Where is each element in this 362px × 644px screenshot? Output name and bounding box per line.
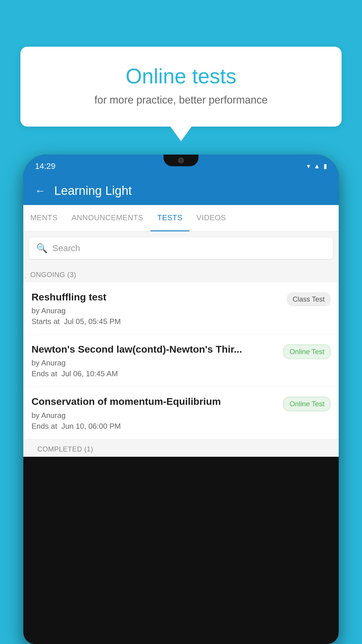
test-info-3: Conservation of momentum-Equilibrium by … (31, 395, 283, 430)
bubble-subtitle: for more practice, better performance (44, 94, 318, 106)
tag-class-test-1: Class Test (287, 292, 331, 306)
completed-label: COMPLETED (1) (30, 440, 100, 455)
tag-online-test-2: Online Test (283, 344, 331, 359)
phone-camera (178, 158, 184, 163)
app-title: Learning Light (54, 184, 132, 198)
ongoing-label: ONGOING (3) (30, 271, 76, 279)
test-item-3[interactable]: Conservation of momentum-Equilibrium by … (23, 387, 339, 439)
status-icons: ▾ ▲ ▮ (307, 162, 327, 170)
test-by-2: by Anurag (31, 358, 277, 368)
search-container: 🔍 Search (23, 232, 339, 265)
status-bar: 14:29 ▾ ▲ ▮ (23, 155, 339, 178)
phone-screen: ← Learning Light MENTS ANNOUNCEMENTS TES… (23, 178, 339, 457)
bubble-title: Online tests (44, 64, 318, 88)
phone-notch (164, 155, 198, 166)
back-button[interactable]: ← (35, 185, 45, 197)
speech-bubble: Online tests for more practice, better p… (20, 47, 342, 127)
test-time-1: Starts at Jul 05, 05:45 PM (31, 317, 281, 326)
test-by-1: by Anurag (31, 306, 281, 315)
search-icon: 🔍 (36, 243, 48, 254)
tab-ments[interactable]: MENTS (23, 205, 65, 231)
test-name-2: Newton's Second law(contd)-Newton's Thir… (31, 343, 277, 356)
search-bar[interactable]: 🔍 Search (29, 237, 333, 259)
ongoing-section-header: ONGOING (3) (23, 265, 339, 282)
test-info-1: Reshuffling test by Anurag Starts at Jul… (31, 290, 287, 326)
test-info-2: Newton's Second law(contd)-Newton's Thir… (31, 343, 283, 378)
phone-frame: 14:29 ▾ ▲ ▮ ← Learning Light MENTS ANNOU… (23, 155, 339, 644)
test-item-2[interactable]: Newton's Second law(contd)-Newton's Thir… (23, 335, 339, 387)
search-placeholder: Search (52, 243, 80, 253)
test-time-2: Ends at Jul 06, 10:45 AM (31, 369, 277, 378)
tab-bar: MENTS ANNOUNCEMENTS TESTS VIDEOS (23, 205, 339, 232)
tab-videos[interactable]: VIDEOS (189, 205, 233, 231)
status-time: 14:29 (35, 162, 55, 171)
wifi-icon: ▾ (307, 162, 310, 170)
tab-announcements[interactable]: ANNOUNCEMENTS (65, 205, 150, 231)
tag-online-test-3: Online Test (283, 397, 331, 411)
completed-section-header: COMPLETED (1) (23, 439, 339, 457)
test-name-3: Conservation of momentum-Equilibrium (31, 395, 277, 408)
battery-icon: ▮ (324, 162, 327, 170)
content-area: 🔍 Search ONGOING (3) Reshuffling test by… (23, 232, 339, 457)
test-item-1[interactable]: Reshuffling test by Anurag Starts at Jul… (23, 282, 339, 335)
tab-tests[interactable]: TESTS (150, 205, 189, 231)
signal-icon: ▲ (314, 162, 320, 170)
test-name-1: Reshuffling test (31, 290, 281, 303)
test-time-3: Ends at Jun 10, 06:00 PM (31, 422, 277, 431)
test-by-3: by Anurag (31, 411, 277, 420)
app-header: ← Learning Light (23, 178, 339, 205)
